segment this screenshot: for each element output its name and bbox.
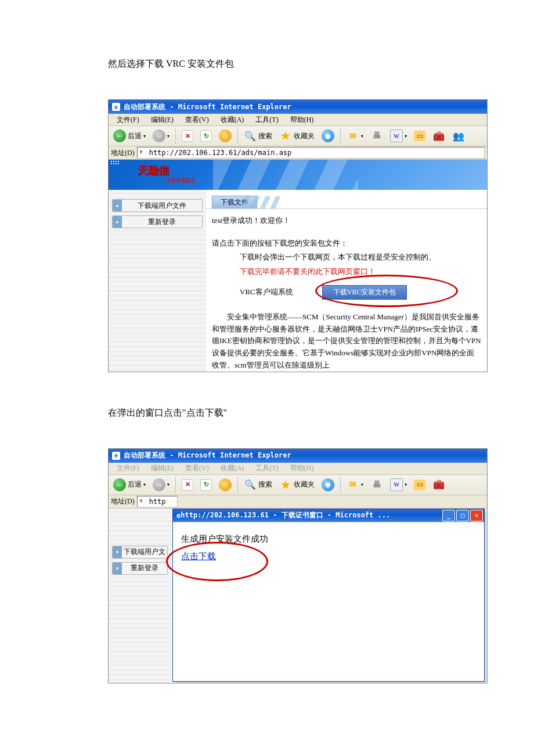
search-icon: 🔍 xyxy=(244,478,257,491)
folder-button[interactable]: ▭ xyxy=(412,128,428,144)
menu-tool[interactable]: 工具(T) xyxy=(250,115,284,125)
media-icon: ◉ xyxy=(322,129,334,142)
note-1: 下载时会弹出一个下载网页，本下载过程是受安全控制的。 xyxy=(240,250,481,265)
ie-logo-icon: e xyxy=(112,452,120,460)
welcome-text: test登录成功！欢迎你！ xyxy=(212,214,481,228)
menu-help[interactable]: 帮助(H) xyxy=(284,463,320,473)
menu-file[interactable]: 文件(F) xyxy=(111,115,145,125)
home-button[interactable]: ⌂ xyxy=(217,128,234,144)
separator xyxy=(340,128,341,144)
stop-button[interactable]: ✕ xyxy=(179,128,196,144)
menu-view[interactable]: 查看(V) xyxy=(179,463,215,473)
forward-button[interactable]: → ▾ xyxy=(150,128,172,144)
menu-edit[interactable]: 编辑(E) xyxy=(145,115,179,125)
minimize-button[interactable]: _ xyxy=(442,510,455,521)
media-button[interactable]: ◉ xyxy=(319,128,337,144)
menu-fav[interactable]: 收藏(A) xyxy=(215,115,250,125)
sidebar-item-download-files[interactable]: ● 下载端用户文 xyxy=(112,546,168,559)
sidebar-item-download-files[interactable]: ● 下载端用户文件 xyxy=(112,199,203,212)
edit-button[interactable]: W ▾ xyxy=(388,128,409,144)
bullet-icon: ● xyxy=(113,216,122,228)
search-button[interactable]: 🔍 搜索 xyxy=(241,128,275,144)
print-icon: 🖶 xyxy=(370,478,383,491)
close-button[interactable]: ✕ xyxy=(470,510,483,521)
home-button[interactable]: ⌂ xyxy=(217,477,234,493)
favorites-button[interactable]: ★ 收藏夹 xyxy=(277,128,317,144)
folder-icon: ▭ xyxy=(414,480,425,490)
mail-icon: ✉ xyxy=(347,478,359,491)
search-button[interactable]: 🔍 搜索 xyxy=(241,477,275,493)
menu-tool[interactable]: 工具(T) xyxy=(250,463,284,473)
edit-button[interactable]: W ▾ xyxy=(388,477,409,493)
window-title: 自动部署系统 - Microsoft Internet Explorer xyxy=(124,451,291,460)
menu-file[interactable]: 文件(F) xyxy=(111,463,145,473)
address-input[interactable]: e http xyxy=(137,496,178,507)
ie-logo-icon: e xyxy=(112,103,120,111)
click-download-link[interactable]: 点击下载 xyxy=(181,548,216,565)
chevron-down-icon: ▾ xyxy=(167,134,169,139)
divider xyxy=(206,208,487,209)
bullet-icon: ● xyxy=(113,563,122,574)
forward-button[interactable]: → ▾ xyxy=(150,477,172,493)
back-button[interactable]: ← 后退 ▾ xyxy=(111,477,148,493)
note-2-warning: 下载完毕前请不要关闭此下载网页窗口！ xyxy=(240,265,481,279)
sidebar-item-relogin[interactable]: ● 重新登录 xyxy=(112,215,203,228)
back-label: 后退 xyxy=(128,131,142,141)
star-icon: ★ xyxy=(279,478,292,491)
folder-button[interactable]: ▭ xyxy=(412,477,428,493)
search-icon: 🔍 xyxy=(244,129,257,142)
package-button[interactable]: 🧰 xyxy=(430,477,448,493)
star-icon: ★ xyxy=(279,129,292,142)
chevron-down-icon: ▾ xyxy=(405,134,407,139)
bullet-icon: ● xyxy=(113,200,122,211)
word-icon: W xyxy=(390,129,403,142)
refresh-icon: ↻ xyxy=(200,479,212,491)
favorites-button[interactable]: ★ 收藏夹 xyxy=(277,477,317,493)
address-url-text: http://202.106.123.61/ads/main.asp xyxy=(149,149,292,157)
search-label: 搜索 xyxy=(258,480,272,489)
menu-help[interactable]: 帮助(H) xyxy=(284,115,320,125)
toolbar: ← 后退 ▾ → ▾ ✕ ↻ ⌂ 🔍 搜索 xyxy=(109,126,487,146)
media-button[interactable]: ◉ xyxy=(319,477,337,493)
refresh-button[interactable]: ↻ xyxy=(198,128,214,144)
sidebar-item-relogin[interactable]: ● 重新登录 xyxy=(112,562,168,575)
ie-window-1: e 自动部署系统 - Microsoft Internet Explorer 文… xyxy=(108,99,488,372)
address-input[interactable]: e http://202.106.123.61/ads/main.asp xyxy=(137,147,485,159)
refresh-icon: ↻ xyxy=(200,130,212,142)
addressbar: 地址(D) e http://202.106.123.61/ads/main.a… xyxy=(109,146,487,160)
sidebar-item-label: 重新登录 xyxy=(122,563,167,573)
sidebar-item-label: 下载端用户文 xyxy=(122,547,167,557)
brand-logo: 天融信 xyxy=(138,163,169,177)
refresh-button[interactable]: ↻ xyxy=(198,477,214,493)
messenger-button[interactable]: 👥 xyxy=(450,128,467,144)
mail-button[interactable]: ✉ ▾ xyxy=(344,477,366,493)
separator xyxy=(237,128,238,144)
menu-view[interactable]: 查看(V) xyxy=(179,115,215,125)
window-title: 自动部署系统 - Microsoft Internet Explorer xyxy=(124,102,291,112)
menu-edit[interactable]: 编辑(E) xyxy=(145,463,179,473)
content-wrapper: ● 下载端用户文 ● 重新登录 e http://202.106.123.61 … xyxy=(109,509,487,683)
stop-button[interactable]: ✕ xyxy=(179,477,196,493)
popup-message: 生成用户安装文件成功 xyxy=(181,530,476,548)
maximize-button[interactable]: □ xyxy=(456,510,469,521)
sidebar: ● 下载端用户文件 ● 重新登录 xyxy=(109,190,206,372)
chevron-down-icon: ▾ xyxy=(361,134,363,139)
tab-label: 下载文件 xyxy=(221,198,248,206)
home-icon: ⌂ xyxy=(219,478,232,491)
back-button[interactable]: ← 后退 ▾ xyxy=(111,128,148,144)
mail-icon: ✉ xyxy=(347,129,359,142)
chevron-down-icon: ▾ xyxy=(167,482,169,487)
print-button[interactable]: 🖶 xyxy=(368,128,385,144)
vrc-label: VRC客户端系统 xyxy=(240,285,293,300)
page-icon: e xyxy=(140,498,147,505)
mail-button[interactable]: ✉ ▾ xyxy=(344,128,366,144)
download-vrc-button[interactable]: 下载VRC安装文件包 xyxy=(322,285,407,300)
chevron-down-icon: ▾ xyxy=(361,482,363,487)
print-button[interactable]: 🖶 xyxy=(368,477,385,493)
menu-fav[interactable]: 收藏(A) xyxy=(215,463,250,473)
package-button[interactable]: 🧰 xyxy=(430,128,448,144)
ie-window-2: e 自动部署系统 - Microsoft Internet Explorer 文… xyxy=(108,448,488,683)
stop-icon: ✕ xyxy=(182,130,193,142)
back-label: 后退 xyxy=(128,480,142,489)
tab-download[interactable]: 下载文件 xyxy=(212,196,257,208)
